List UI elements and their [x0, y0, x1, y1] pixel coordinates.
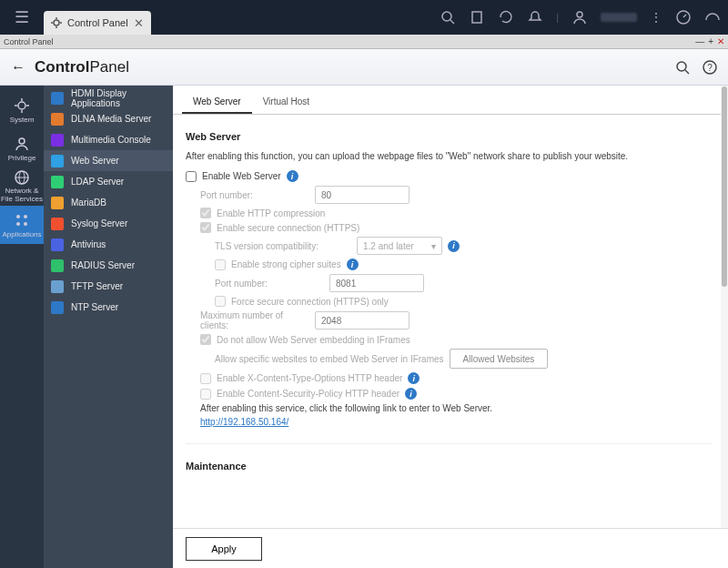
gear-icon — [51, 17, 62, 28]
app-icon — [51, 92, 64, 105]
info-icon[interactable]: i — [448, 240, 460, 252]
sidebar-item[interactable]: MariaDB — [44, 192, 173, 213]
app-icon — [51, 259, 64, 272]
row-link: http://192.168.50.164/ — [200, 417, 712, 427]
max-clients-input[interactable] — [315, 311, 410, 330]
window-tab[interactable]: Control Panel ✕ — [44, 11, 151, 35]
row-http-compression: Enable HTTP compression — [200, 208, 712, 218]
section-title: Web Server — [186, 131, 712, 142]
gear-icon — [14, 97, 30, 114]
xcto-checkbox[interactable] — [200, 373, 211, 384]
row-strong-cipher: Enable strong cipher suites i — [215, 259, 712, 270]
topbar-actions: | ⋮ — [440, 9, 721, 25]
clipboard-icon[interactable] — [469, 9, 485, 25]
app-icon — [51, 134, 64, 147]
web-server-link[interactable]: http://192.168.50.164/ — [200, 417, 288, 427]
sidebar-item-label: LDAP Server — [71, 177, 124, 187]
svg-point-25 — [24, 215, 27, 218]
row-allowed-iframe: Allow specific websites to embed Web Ser… — [215, 349, 712, 369]
strong-cipher-checkbox[interactable] — [215, 259, 226, 270]
svg-point-11 — [677, 62, 686, 71]
sidebar-item[interactable]: Multimedia Console — [44, 129, 173, 150]
nav-applications[interactable]: Applications — [0, 206, 44, 244]
more-icon[interactable]: ⋮ — [650, 10, 662, 25]
info-icon[interactable]: i — [347, 259, 359, 270]
search-icon[interactable] — [440, 9, 456, 25]
nav-privilege[interactable]: Privilege — [0, 129, 44, 167]
help-icon[interactable]: ? — [703, 60, 717, 75]
sidebar-item-label: Multimedia Console — [71, 135, 151, 145]
back-icon[interactable]: ← — [11, 59, 25, 76]
maintenance-title: Maintenance — [186, 461, 712, 472]
sidebar-item[interactable]: Web Server — [44, 150, 173, 171]
app-icon — [51, 280, 64, 293]
row-secure-conn: Enable secure connection (HTTPS) — [200, 222, 712, 233]
force-https-checkbox[interactable] — [215, 296, 226, 307]
enable-web-server-checkbox[interactable] — [186, 171, 197, 182]
no-iframe-checkbox[interactable] — [200, 334, 211, 345]
user-icon[interactable] — [571, 9, 588, 25]
tab-label: Control Panel — [67, 17, 128, 28]
svg-point-15 — [18, 102, 25, 109]
row-csp: Enable Content-Security-Policy HTTP head… — [200, 388, 712, 400]
sidebar-item-label: Syslog Server — [71, 218, 127, 228]
sidebar-item-label: Web Server — [71, 156, 119, 166]
content-scroll[interactable]: Web Server After enabling this function,… — [173, 115, 728, 568]
svg-rect-7 — [472, 12, 481, 23]
svg-point-24 — [16, 215, 20, 218]
sidebar-item-label: Antivirus — [71, 239, 106, 249]
tls-select[interactable]: 1.2 and later▾ — [357, 237, 442, 255]
allowed-websites-button[interactable]: Allowed Websites — [450, 349, 549, 369]
sidebar-item[interactable]: NTP Server — [44, 297, 173, 318]
app-sidebar-list: HDMI Display ApplicationsDLNA Media Serv… — [44, 86, 173, 568]
app-icon — [51, 301, 64, 314]
apply-button[interactable]: Apply — [186, 537, 262, 561]
close-window-icon[interactable]: ✕ — [717, 36, 724, 46]
info-icon[interactable]: i — [405, 388, 417, 400]
csp-checkbox[interactable] — [200, 389, 211, 400]
grid-icon — [14, 212, 30, 228]
nav-network[interactable]: Network & File Services — [0, 167, 44, 206]
https-port-input[interactable] — [329, 274, 424, 292]
scrollbar[interactable] — [721, 86, 728, 568]
sidebar-item[interactable]: TFTP Server — [44, 276, 173, 297]
sidebar-item[interactable]: DLNA Media Server — [44, 108, 173, 129]
app-icon — [51, 238, 64, 251]
svg-line-10 — [683, 15, 686, 17]
nav-system[interactable]: System — [0, 91, 44, 129]
tab-virtual-host[interactable]: Virtual Host — [252, 91, 321, 114]
port-input[interactable] — [315, 186, 410, 204]
bell-icon[interactable] — [527, 9, 543, 25]
sub-titlebar: Control Panel — + ✕ — [0, 35, 728, 49]
secure-conn-checkbox[interactable] — [200, 222, 211, 233]
info-icon[interactable]: i — [287, 170, 298, 182]
refresh-icon[interactable] — [498, 9, 514, 25]
sidebar-item[interactable]: HDMI Display Applications — [44, 87, 173, 108]
footer-bar: Apply — [173, 528, 728, 568]
close-icon[interactable]: ✕ — [134, 16, 144, 30]
dashboard-icon[interactable] — [675, 9, 692, 25]
sidebar-item[interactable]: Antivirus — [44, 234, 173, 255]
scrollbar-thumb[interactable] — [722, 86, 727, 287]
sidebar-item-label: DLNA Media Server — [71, 114, 151, 124]
app-icon — [51, 197, 64, 209]
sidebar-item-label: TFTP Server — [71, 281, 123, 291]
content-area: Web Server Virtual Host Web Server After… — [173, 86, 728, 568]
menu-icon[interactable]: ☰ — [7, 7, 36, 27]
user-name-blur — [601, 13, 637, 22]
http-compression-checkbox[interactable] — [200, 208, 211, 218]
gauge-icon[interactable] — [704, 9, 721, 25]
tab-web-server[interactable]: Web Server — [182, 91, 252, 114]
sidebar-item[interactable]: LDAP Server — [44, 171, 173, 192]
svg-point-5 — [442, 12, 451, 21]
row-xcto: Enable X-Content-Type-Options HTTP heade… — [200, 372, 712, 384]
sidebar-item[interactable]: RADIUS Server — [44, 255, 173, 276]
sidebar-item[interactable]: Syslog Server — [44, 213, 173, 234]
minimize-icon[interactable]: — — [695, 36, 704, 46]
info-icon[interactable]: i — [408, 372, 420, 384]
search-icon[interactable] — [675, 60, 690, 75]
maximize-icon[interactable]: + — [708, 36, 713, 46]
chevron-down-icon: ▾ — [431, 241, 436, 251]
divider — [186, 443, 712, 444]
intro-note: After enabling this function, you can up… — [186, 151, 712, 161]
